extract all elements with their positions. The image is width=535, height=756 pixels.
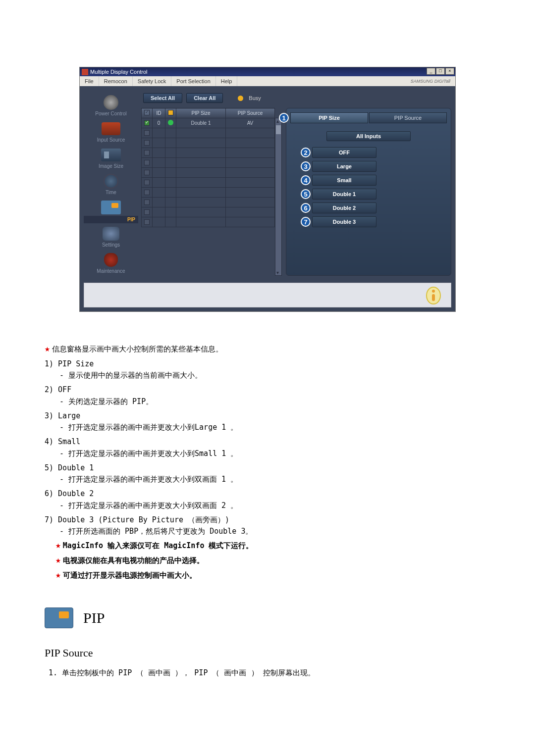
badge-3: 3 [301,161,311,171]
col-pip-size: PIP Size [176,108,226,118]
menu-remocon[interactable]: Remocon [99,76,133,86]
image-size-icon [101,149,121,161]
table-row[interactable] [142,188,275,198]
app-window: Multiple Display Control _ □ × File Remo… [79,67,456,312]
sidebar-item-label: Input Source [84,137,138,145]
clear-all-button[interactable]: Clear All [186,93,223,103]
option-label: Double 3 [333,219,356,225]
section-title: PIP [83,606,105,630]
list-item-desc: - 显示使用中的显示器的当前画中画大小。 [45,370,490,381]
table-row[interactable] [142,168,275,178]
checkbox-header-icon[interactable] [144,110,150,115]
list-item-desc: - 打开选定显示器的画中画并更改大小到Small 1 。 [45,448,490,459]
table-row[interactable] [142,198,275,207]
busy-indicator-icon [238,96,243,101]
info-icon [425,286,442,305]
menu-port-selection[interactable]: Port Selection [171,76,215,86]
close-button[interactable]: × [445,68,454,75]
option-double-1[interactable]: 5 Double 1 [312,189,376,200]
col-pip-source: PIP Source [226,108,275,118]
tab-label: PIP Size [319,115,340,121]
row-checkbox[interactable] [144,209,150,215]
row-checkbox[interactable] [144,170,150,175]
row-checkbox[interactable] [144,200,150,205]
list-item: 2) OFF [45,384,490,396]
star-icon: ★ [55,554,61,565]
option-label: Large [337,163,352,169]
list-item: 6) Double 2 [45,488,490,500]
table-row[interactable] [142,148,275,158]
sidebar-item-pip[interactable]: PIP [84,199,138,223]
row-checkbox[interactable] [144,219,150,225]
vertical-scrollbar[interactable] [275,118,282,276]
list-item: 4) Small [45,436,490,448]
app-title: Multiple Display Control [90,69,148,75]
sidebar-item-input-source[interactable]: Input Source [84,120,138,145]
table-row[interactable] [142,158,275,168]
cell-id: 0 [153,118,165,128]
sidebar-item-maintenance[interactable]: Maintenance [84,252,138,276]
list-item: 1) PIP Size [45,358,490,370]
note-line: ★MagicInfo 输入来源仅可在 MagicInfo 模式下运行。 [45,538,490,552]
menu-safety-lock[interactable]: Safety Lock [133,76,171,86]
app-icon [82,69,88,75]
row-checkbox[interactable] [144,140,150,146]
sidebar-item-time[interactable]: Time [84,173,138,197]
pip-section-icon [45,607,73,628]
option-double-3[interactable]: 7 Double 3 [312,216,376,227]
table-row[interactable] [142,217,275,227]
menu-file[interactable]: File [80,76,99,86]
row-checkbox[interactable] [144,150,150,155]
svg-rect-1 [432,294,435,301]
option-small[interactable]: 4 Small [312,175,376,186]
tab-pip-size[interactable]: 1 PIP Size [290,112,368,123]
row-checkbox[interactable] [144,180,150,185]
option-large[interactable]: 3 Large [312,161,376,172]
select-all-button[interactable]: Select All [143,93,182,103]
table-row[interactable] [142,178,275,188]
sidebar-item-power-control[interactable]: Power Control [84,94,138,118]
settings-icon [103,227,119,241]
menu-help[interactable]: Help [216,76,238,86]
cell-pip-size: Double 1 [176,118,226,128]
sidebar-item-label: Image Size [84,163,138,171]
sidebar: Power Control Input Source Image Size Ti… [84,90,138,276]
row-checkbox[interactable] [144,130,150,136]
minimize-button[interactable]: _ [427,68,435,75]
badge-5: 5 [301,189,311,199]
star-icon: ★ [55,569,61,580]
option-off[interactable]: 2 OFF [312,147,376,158]
row-checkbox[interactable] [144,160,150,165]
document-body: ★信息窗格显示画中画大小控制所需的某些基本信息。 1) PIP Size - 显… [45,342,490,679]
table-row[interactable] [142,207,275,217]
list-item-desc: - 打开所选画面的 PBP，然后将尺寸更改为 Double 3。 [45,526,490,537]
table-row[interactable] [142,138,275,148]
tab-pip-source[interactable]: PIP Source [369,112,447,123]
table-row[interactable]: 0 Double 1 AV [142,118,275,128]
list-item-desc: - 打开选定显示器的画中画并更改大小到Large 1 。 [45,422,490,433]
row-checkbox[interactable] [144,120,150,126]
option-double-2[interactable]: 6 Double 2 [312,202,376,213]
svg-point-2 [432,290,435,293]
time-icon [104,174,118,189]
note-line: ★可通过打开显示器电源控制画中画大小。 [45,568,490,582]
menubar: File Remocon Safety Lock Port Selection … [80,76,455,86]
sidebar-item-image-size[interactable]: Image Size [84,147,138,171]
table-row[interactable] [142,128,275,138]
panel-subheader: All Inputs [326,131,411,141]
numbered-step: 1. 单击控制板中的 PIP （ 画中画 ）， PIP （ 画中画 ） 控制屏幕… [45,667,490,679]
list-item: 3) Large [45,410,490,422]
badge-1: 1 [279,113,289,123]
sidebar-item-label: Maintenance [84,268,138,276]
option-label: Double 1 [333,191,356,197]
section-heading: PIP [45,606,490,630]
row-checkbox[interactable] [144,190,150,195]
display-grid: ID PIP Size PIP Source 0 Double 1 AV [141,108,275,276]
sidebar-item-settings[interactable]: Settings [84,225,138,250]
badge-4: 4 [301,175,311,185]
note-line: ★电视源仅能在具有电视功能的产品中选择。 [45,553,490,567]
star-icon: ★ [45,343,50,353]
maximize-button[interactable]: □ [436,68,445,75]
badge-2: 2 [301,148,311,157]
badge-7: 7 [301,217,311,227]
